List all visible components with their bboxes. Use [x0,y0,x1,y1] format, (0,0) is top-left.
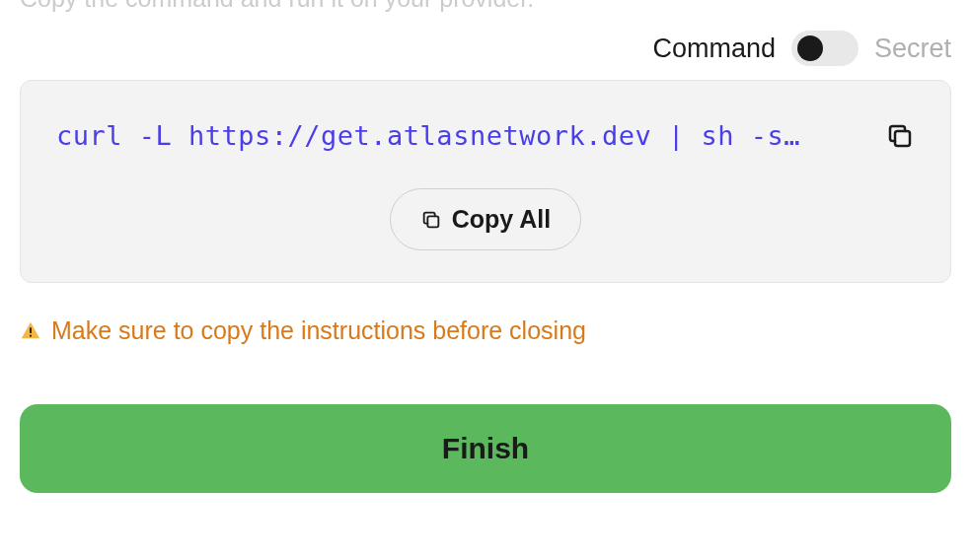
svg-rect-0 [895,131,910,146]
toggle-row: Command Secret [20,31,951,66]
copy-all-label: Copy All [452,205,551,234]
svg-rect-1 [427,216,438,227]
warning-text: Make sure to copy the instructions befor… [51,316,586,345]
command-text: curl -L https://get.atlasnetwork.dev | s… [56,120,865,151]
svg-rect-3 [30,334,32,336]
instruction-text: Copy the command and run it on your prov… [20,0,951,13]
code-row: curl -L https://get.atlasnetwork.dev | s… [56,120,915,151]
toggle-label-secret: Secret [874,34,951,64]
command-secret-toggle[interactable] [791,31,859,66]
toggle-label-command: Command [652,34,776,64]
copy-all-button[interactable]: Copy All [390,188,581,250]
code-panel: curl -L https://get.atlasnetwork.dev | s… [20,80,951,283]
toggle-knob [797,35,823,61]
svg-rect-2 [30,327,32,333]
finish-button[interactable]: Finish [20,404,951,493]
warning-row: Make sure to copy the instructions befor… [20,316,951,345]
copy-icon[interactable] [885,121,915,151]
copy-icon [420,209,442,231]
warning-icon [20,320,41,342]
